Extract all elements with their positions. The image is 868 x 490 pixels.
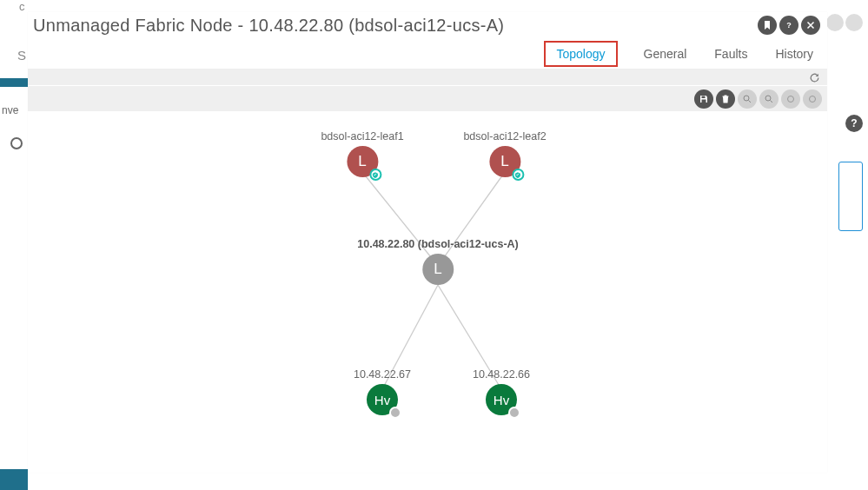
leaf-node-icon: L [489, 146, 520, 177]
bg-header-icon [826, 14, 844, 31]
node-letter: L [358, 153, 366, 170]
hypervisor-node-icon: Hv [486, 384, 517, 415]
refresh-bar [28, 70, 827, 85]
delete-button[interactable] [716, 89, 735, 109]
modal-title: Unmanaged Fabric Node - 10.48.22.80 (bds… [33, 16, 504, 36]
bg-header-icon [845, 14, 863, 31]
tab-general[interactable]: General [642, 44, 689, 63]
zoom-in-button[interactable] [738, 89, 757, 109]
health-badge-icon [512, 169, 524, 181]
tab-faults[interactable]: Faults [712, 44, 749, 63]
refresh-button[interactable] [808, 71, 820, 83]
svg-rect-1 [702, 96, 706, 98]
close-button[interactable] [801, 16, 820, 35]
svg-point-4 [765, 96, 771, 101]
unmanaged-node-icon: L [422, 254, 454, 285]
leaf-node-icon: L [347, 146, 378, 177]
svg-rect-2 [702, 99, 706, 103]
node-label: bdsol-aci12-leaf2 [463, 130, 546, 142]
zoom-out-button[interactable] [759, 89, 779, 109]
modal-header: Unmanaged Fabric Node - 10.48.22.80 (bds… [28, 12, 827, 38]
node-label: 10.48.22.66 [473, 368, 530, 381]
health-badge-icon [369, 169, 381, 181]
status-badge-icon [508, 407, 520, 419]
node-letter: L [434, 261, 441, 278]
node-center[interactable]: 10.48.22.80 (bdsol-aci12-ucs-A) L [357, 238, 519, 285]
help-icon[interactable]: ? [845, 115, 863, 132]
bg-nav-text: nve [2, 104, 18, 116]
node-label: 10.48.22.80 (bdsol-aci12-ucs-A) [357, 238, 519, 250]
node-leaf1[interactable]: bdsol-aci12-leaf1 L [321, 130, 403, 177]
svg-point-3 [744, 96, 749, 101]
bookmark-button[interactable] [758, 16, 777, 35]
header-icon-group: ? [758, 16, 820, 35]
right-edge-panel: ? [830, 12, 868, 481]
node-hv2[interactable]: 10.48.22.66 Hv [473, 368, 530, 415]
topology-toolbar [28, 85, 827, 111]
bg-nav-stripe-bottom [0, 469, 28, 490]
tab-topology[interactable]: Topology [544, 41, 617, 67]
topology-links [28, 111, 827, 473]
svg-point-5 [788, 96, 794, 102]
fit-button[interactable] [781, 89, 800, 109]
tab-bar: Topology General Faults History [28, 38, 827, 70]
bg-nav-stripe [0, 78, 28, 87]
node-hv1[interactable]: 10.48.22.67 Hv [354, 368, 411, 415]
svg-text:?: ? [786, 21, 792, 30]
node-letter: Hv [374, 393, 390, 407]
save-button[interactable] [694, 89, 713, 109]
node-letter: L [500, 153, 508, 170]
topology-canvas[interactable]: bdsol-aci12-leaf1 L bdsol-aci12-leaf2 L … [28, 111, 827, 473]
bg-icon [10, 137, 23, 149]
svg-point-6 [810, 96, 816, 102]
unmanaged-node-modal: Unmanaged Fabric Node - 10.48.22.80 (bds… [28, 12, 827, 473]
node-letter: Hv [494, 393, 509, 407]
settings-button[interactable] [803, 89, 822, 109]
hypervisor-node-icon: Hv [367, 384, 398, 415]
bg-side-widget [838, 162, 863, 231]
bg-letter: S [17, 48, 26, 63]
node-label: 10.48.22.67 [354, 368, 411, 381]
status-badge-icon [389, 407, 401, 419]
bg-letter: c [19, 0, 25, 13]
tab-history[interactable]: History [773, 44, 815, 63]
node-label: bdsol-aci12-leaf1 [321, 130, 403, 142]
node-leaf2[interactable]: bdsol-aci12-leaf2 L [463, 130, 546, 177]
help-button[interactable]: ? [779, 16, 798, 35]
